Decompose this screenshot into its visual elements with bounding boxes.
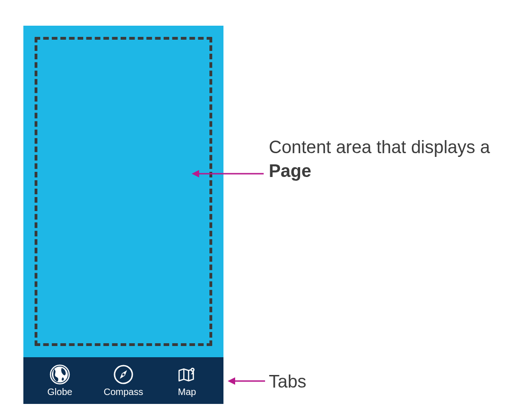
svg-point-4 — [122, 373, 125, 375]
annotation-content-bold: Page — [269, 161, 311, 181]
svg-marker-10 — [192, 170, 199, 177]
tab-globe[interactable]: Globe — [36, 364, 83, 397]
annotation-tabs: Tabs — [269, 370, 306, 394]
tab-compass[interactable]: Compass — [100, 364, 147, 397]
page-placeholder — [35, 37, 212, 346]
globe-icon — [50, 364, 70, 385]
compass-icon — [113, 364, 134, 385]
tab-label-map: Map — [178, 387, 196, 397]
tab-map[interactable]: Map — [164, 364, 210, 397]
svg-marker-12 — [228, 377, 235, 385]
tab-label-globe: Globe — [47, 387, 72, 397]
tab-label-compass: Compass — [104, 387, 143, 397]
arrow-content-area — [191, 168, 266, 179]
svg-point-8 — [192, 369, 193, 370]
annotation-tabs-text: Tabs — [269, 372, 306, 391]
arrow-tabs — [227, 375, 266, 387]
tab-bar: Globe Compass — [23, 357, 223, 404]
content-area — [23, 26, 223, 357]
phone-frame: Globe Compass — [23, 26, 223, 404]
map-icon — [177, 364, 197, 385]
annotation-content-text: Content area that displays a — [269, 137, 490, 157]
annotation-content-area: Content area that displays a Page — [269, 135, 493, 184]
